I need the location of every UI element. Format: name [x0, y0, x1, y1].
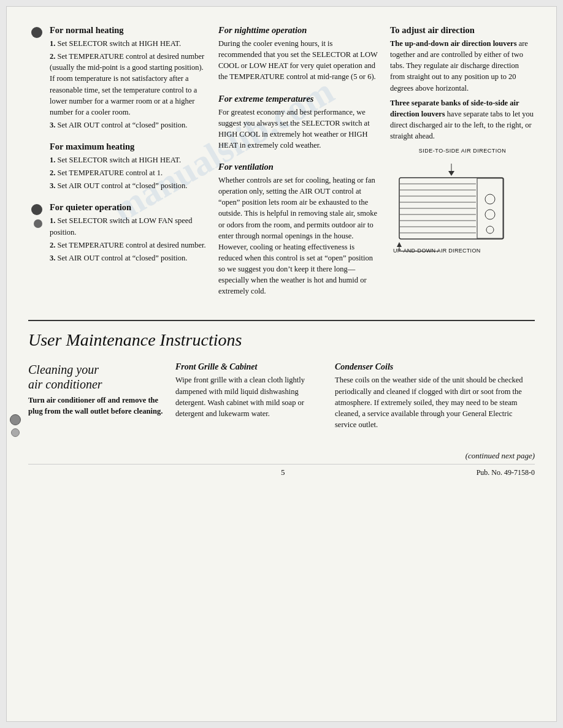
adjust-air-title: To adjust air direction [390, 25, 535, 36]
maximum-heating-step3: 3. Set AIR OUT control at “closed” posit… [50, 180, 206, 191]
normal-heating-title: For normal heating [50, 25, 206, 36]
maximum-heating-title: For maximum heating [50, 142, 206, 152]
footer-bar: 5 Pub. No. 49-7158-0 [28, 464, 535, 477]
footer: (continued next page) 5 Pub. No. 49-7158… [28, 451, 535, 477]
page-number: 5 [90, 468, 477, 477]
normal-heating-step2: 2. Set TEMPERATURE control at desired nu… [50, 51, 206, 118]
adjust-air-section: To adjust air direction The up-and-down … [390, 25, 535, 254]
pub-number: Pub. No. 49-7158-0 [477, 468, 535, 477]
col-left: For normal heating 1. Set SELECTOR switc… [28, 25, 206, 308]
quieter-operation-title: For quieter operation [50, 202, 206, 213]
condenser-coils-title: Condenser Coils [335, 362, 535, 372]
maintenance-section: User Maintenance Instructions Cleaning y… [28, 330, 535, 433]
updown-label: The up-and-down air direction louvers [390, 39, 517, 48]
page-wrapper: manualslib.com For normal heating 1. Set… [0, 0, 563, 728]
front-grille-body: Wipe front grille with a clean cloth lig… [175, 374, 323, 419]
adjust-air-side: Three separate banks of side-to-side air… [390, 97, 535, 142]
normal-heating-step3: 3. Set AIR OUT control at “closed” posit… [50, 119, 206, 131]
maint-bullet-2 [11, 428, 20, 437]
maint-col-left: Cleaning yourair conditioner Turn air co… [28, 362, 163, 433]
maint-col-middle: Front Grille & Cabinet Wipe front grille… [175, 362, 323, 433]
ac-diagram-container: SIDE-TO-SIDE AIR DIRECTION [390, 148, 535, 254]
continued-next-page: (continued next page) [28, 451, 535, 461]
maximum-heating-section: For maximum heating 1. Set SELECTOR swit… [50, 142, 206, 191]
svg-point-15 [486, 226, 494, 233]
quieter-operation-bullet-small [34, 219, 42, 228]
col-middle: For nighttime operation During the coole… [218, 25, 378, 308]
adjust-air-updown: The up-and-down air direction louvers ar… [390, 38, 535, 94]
front-grille-title: Front Grille & Cabinet [175, 362, 323, 372]
maint-bullet-1 [10, 414, 21, 425]
condenser-coils-body: These coils on the weather side of the u… [335, 374, 535, 430]
svg-marker-1 [448, 171, 454, 176]
ventilation-body: Whether controls are set for cooling, he… [218, 175, 378, 297]
maintenance-title: User Maintenance Instructions [28, 330, 535, 350]
ventilation-title: For ventilation [218, 162, 378, 172]
svg-point-13 [485, 194, 495, 204]
maint-bullets [10, 414, 21, 437]
normal-heating-bullet [31, 27, 42, 38]
col-right: To adjust air direction The up-and-down … [390, 25, 535, 308]
quieter-operation-section: For quieter operation 1. Set SELECTOR sw… [50, 202, 206, 264]
top-section: For normal heating 1. Set SELECTOR switc… [28, 25, 535, 308]
cleaning-title: Cleaning yourair conditioner [28, 362, 163, 392]
extreme-title: For extreme temperatures [218, 94, 378, 104]
svg-rect-12 [477, 178, 503, 238]
quieter-step2: 2. Set TEMPERATURE control at desired nu… [50, 240, 206, 251]
quieter-step3: 3. Set AIR OUT control at “closed” posit… [50, 252, 206, 264]
cleaning-warning: Turn air conditioner off and remove the … [28, 395, 163, 417]
normal-heating-step1: 1. Set SELECTOR switch at HIGH HEAT. [50, 38, 206, 49]
quieter-step1: 1. Set SELECTOR switch at LOW FAN speed … [50, 215, 206, 237]
extreme-body: For greatest economy and best performanc… [218, 107, 378, 151]
cleaning-section: Cleaning yourair conditioner Turn air co… [28, 362, 163, 417]
svg-marker-18 [397, 242, 402, 247]
ventilation-section: For ventilation Whether controls are set… [218, 162, 378, 297]
page: manualslib.com For normal heating 1. Set… [6, 6, 557, 722]
maximum-heating-step1: 1. Set SELECTOR switch at HIGH HEAT. [50, 154, 206, 165]
diagram-top-label: SIDE-TO-SIDE AIR DIRECTION [390, 148, 535, 154]
maintenance-cols: Cleaning yourair conditioner Turn air co… [28, 362, 535, 433]
ac-unit-diagram [390, 156, 513, 254]
maximum-heating-step2: 2. Set TEMPERATURE control at 1. [50, 167, 206, 178]
quieter-operation-bullet [31, 204, 42, 215]
maint-col-right: Condenser Coils These coils on the weath… [335, 362, 535, 433]
diagram-bottom-label: UP-AND-DOWN AIR DIRECTION [390, 248, 535, 254]
extreme-section: For extreme temperatures For greatest ec… [218, 94, 378, 151]
nighttime-section: For nighttime operation During the coole… [218, 25, 378, 83]
nighttime-title: For nighttime operation [218, 25, 378, 36]
nighttime-body: During the cooler evening hours, it is r… [218, 38, 378, 83]
continued-text: (continued next page) [465, 451, 535, 460]
svg-point-14 [485, 210, 495, 219]
normal-heating-section: For normal heating 1. Set SELECTOR switc… [50, 25, 206, 131]
section-divider [28, 320, 535, 321]
